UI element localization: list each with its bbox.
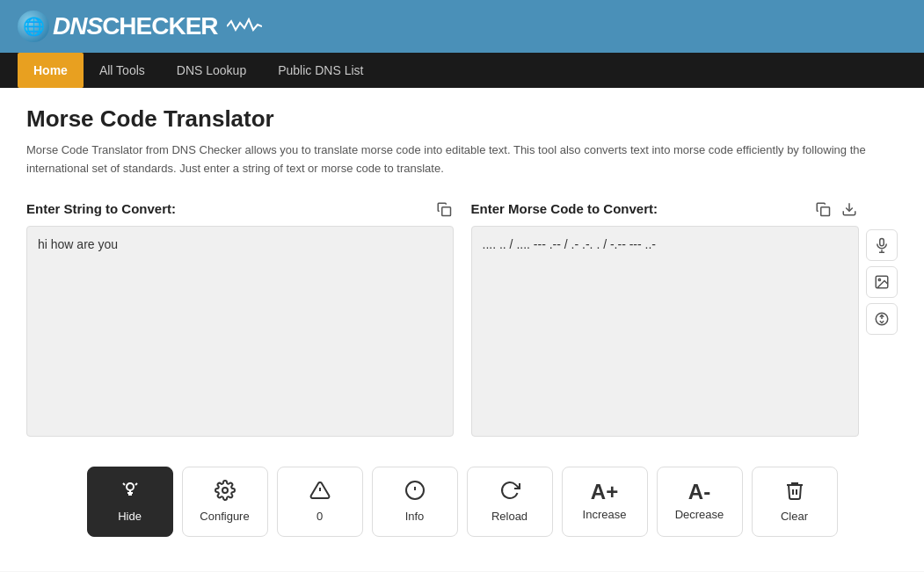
logo-text: DNSCHECKER bbox=[53, 12, 218, 40]
nav: Home All Tools DNS Lookup Public DNS Lis… bbox=[0, 53, 924, 88]
image-icon bbox=[874, 274, 890, 290]
left-panel: Enter String to Convert: bbox=[26, 199, 454, 440]
svg-line-10 bbox=[123, 483, 125, 485]
hide-label: Hide bbox=[118, 510, 142, 523]
left-copy-button[interactable] bbox=[434, 199, 454, 219]
logo-globe-icon: 🌐 bbox=[18, 11, 49, 42]
decrease-label: Decrease bbox=[675, 508, 724, 521]
decrease-button[interactable]: A- Decrease bbox=[657, 467, 743, 537]
copy-icon bbox=[815, 201, 831, 217]
nav-item-dns-lookup[interactable]: DNS Lookup bbox=[161, 53, 262, 88]
nav-item-all-tools[interactable]: All Tools bbox=[84, 53, 161, 88]
svg-rect-1 bbox=[821, 206, 830, 215]
clear-label: Clear bbox=[781, 510, 808, 523]
toolbar: Hide Configure 0 bbox=[26, 458, 898, 546]
configure-button[interactable]: Configure bbox=[182, 467, 268, 537]
page-title: Morse Code Translator bbox=[26, 105, 898, 133]
download-icon bbox=[841, 201, 857, 217]
info-button[interactable]: Info bbox=[372, 467, 458, 537]
morse-input[interactable] bbox=[471, 226, 860, 437]
increase-label: Increase bbox=[583, 508, 627, 521]
main-content: Morse Code Translator Morse Code Transla… bbox=[0, 88, 924, 571]
warning-label: 0 bbox=[316, 510, 323, 523]
image-button[interactable] bbox=[866, 266, 898, 298]
svg-point-12 bbox=[222, 488, 228, 493]
copy-icon bbox=[436, 201, 452, 217]
svg-rect-0 bbox=[441, 206, 450, 215]
left-panel-icons bbox=[434, 199, 454, 219]
right-copy-button[interactable] bbox=[813, 199, 833, 219]
configure-label: Configure bbox=[200, 510, 249, 523]
right-panel-wrapper: Enter Morse Code to Convert: bbox=[471, 199, 899, 440]
right-panel-icons bbox=[813, 199, 859, 219]
gear-icon bbox=[215, 480, 236, 504]
svg-point-9 bbox=[127, 483, 134, 490]
increase-button[interactable]: A+ Increase bbox=[562, 467, 648, 537]
info-icon bbox=[404, 480, 426, 504]
hide-button[interactable]: Hide bbox=[87, 467, 173, 537]
svg-point-7 bbox=[878, 279, 880, 280]
svg-line-11 bbox=[135, 483, 137, 485]
page-description: Morse Code Translator from DNS Checker a… bbox=[26, 141, 898, 178]
info-label: Info bbox=[405, 510, 425, 523]
left-panel-header: Enter String to Convert: bbox=[26, 199, 454, 219]
trash-icon bbox=[784, 480, 805, 504]
translator-row: Enter String to Convert: Enter Morse Cod… bbox=[26, 199, 898, 440]
svg-rect-3 bbox=[880, 238, 884, 245]
right-panel-header: Enter Morse Code to Convert: bbox=[471, 199, 860, 219]
reload-label: Reload bbox=[491, 510, 527, 523]
lightbulb-icon bbox=[120, 480, 141, 504]
nav-item-home[interactable]: Home bbox=[18, 53, 84, 88]
reload-button[interactable]: Reload bbox=[467, 467, 553, 537]
audio-refresh-icon bbox=[874, 311, 890, 327]
microphone-button[interactable] bbox=[866, 229, 898, 261]
header: 🌐 DNSCHECKER bbox=[0, 0, 924, 53]
warning-button[interactable]: 0 bbox=[277, 467, 363, 537]
decrease-icon: A- bbox=[688, 481, 710, 503]
warning-icon bbox=[309, 480, 331, 504]
clear-button[interactable]: Clear bbox=[752, 467, 838, 537]
right-download-button[interactable] bbox=[840, 199, 859, 219]
left-panel-label: Enter String to Convert: bbox=[26, 201, 176, 216]
right-panel-label: Enter Morse Code to Convert: bbox=[471, 201, 658, 216]
audio-refresh-button[interactable] bbox=[866, 303, 898, 335]
reload-icon bbox=[499, 480, 520, 504]
mic-icon bbox=[874, 237, 890, 253]
string-input[interactable] bbox=[26, 226, 454, 437]
nav-item-public-dns[interactable]: Public DNS List bbox=[262, 53, 379, 88]
side-icons bbox=[866, 199, 898, 440]
logo: 🌐 DNSCHECKER bbox=[18, 11, 262, 42]
logo-wave-icon bbox=[227, 18, 262, 35]
increase-icon: A+ bbox=[591, 481, 618, 503]
right-panel: Enter Morse Code to Convert: bbox=[471, 199, 860, 440]
